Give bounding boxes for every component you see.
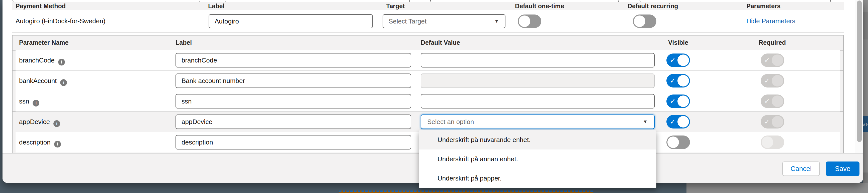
parameter-name: appDevice: [19, 118, 50, 125]
dropdown-option[interactable]: Underskrift på annan enhet.: [419, 150, 656, 169]
scrollbar-thumb[interactable]: [857, 0, 862, 142]
default-value-input-disabled: [421, 74, 655, 88]
column-header-default-recurring: Default recurring: [627, 2, 678, 10]
background-save-button-fragment: ve: [863, 116, 868, 132]
column-header-default-value: Default Value: [421, 36, 460, 49]
required-toggle: ✓: [761, 53, 784, 67]
info-icon[interactable]: i: [58, 59, 65, 66]
payment-method-table-header: Payment Method Label Target Default one-…: [12, 2, 844, 11]
scrollbar-track[interactable]: [855, 0, 863, 153]
target-select[interactable]: Select Target ▼: [382, 14, 505, 28]
parameter-name: ssn: [19, 98, 29, 105]
cancel-button[interactable]: Cancel: [782, 161, 820, 176]
default-value-combobox[interactable]: Select an option ▼: [421, 115, 655, 129]
column-header-parameter-name: Parameter Name: [19, 36, 68, 49]
required-toggle: [761, 136, 784, 149]
column-header-param-label: Label: [176, 36, 192, 49]
info-icon[interactable]: i: [33, 100, 39, 107]
background-highlighted-element: [339, 191, 593, 193]
label-input[interactable]: [176, 94, 411, 109]
required-toggle: ✓: [761, 115, 784, 128]
visible-toggle[interactable]: ✓: [666, 74, 690, 87]
required-toggle: ✓: [761, 74, 784, 87]
dropdown-option[interactable]: Underskrift på nuvarande enhet.: [419, 130, 656, 150]
column-header-default-one-time: Default one-time: [515, 2, 564, 10]
table-row-branchcode: branchCodei ✓ ✓: [16, 50, 840, 71]
visible-toggle[interactable]: ✓: [666, 94, 690, 108]
label-input[interactable]: [176, 135, 411, 150]
parameter-name: bankAccount: [19, 77, 57, 84]
dropdown-option[interactable]: Underskrift på papper.: [419, 169, 656, 188]
parameter-name: branchCode: [19, 56, 55, 64]
visible-toggle[interactable]: ✓: [666, 53, 690, 67]
save-button[interactable]: Save: [826, 161, 860, 176]
required-toggle: ✓: [761, 94, 784, 108]
combobox-dropdown-panel: Underskrift på nuvarande enhet. Underskr…: [419, 130, 656, 188]
label-input[interactable]: [176, 74, 411, 88]
column-header-target: Target: [386, 2, 405, 10]
column-header-payment-method: Payment Method: [16, 2, 66, 10]
info-icon[interactable]: i: [53, 120, 60, 127]
column-header-parameters: Parameters: [746, 2, 780, 10]
visible-toggle[interactable]: ✓: [666, 115, 690, 128]
info-icon[interactable]: i: [54, 141, 61, 148]
info-icon[interactable]: i: [60, 79, 67, 86]
hide-parameters-link[interactable]: Hide Parameters: [746, 10, 795, 32]
parameters-table-header: Parameter Name Label Default Value Visib…: [12, 36, 843, 50]
chevron-down-icon: ▼: [494, 15, 499, 28]
parameter-name: description: [19, 139, 51, 146]
combobox-placeholder: Select an option: [427, 115, 474, 128]
label-input[interactable]: [176, 53, 411, 68]
target-select-placeholder: Select Target: [389, 17, 427, 25]
label-input[interactable]: [176, 115, 411, 129]
payment-method-name: Autogiro (FinDock-for-Sweden): [16, 10, 105, 32]
payment-method-label-input[interactable]: [209, 14, 373, 28]
default-value-input[interactable]: [421, 94, 655, 109]
default-value-input[interactable]: [421, 53, 655, 68]
column-header-label: Label: [208, 2, 224, 10]
chevron-down-icon: ▼: [643, 115, 648, 128]
default-recurring-toggle[interactable]: [633, 14, 656, 28]
table-row-ssn: ssni ✓ ✓: [16, 91, 840, 112]
default-one-time-toggle[interactable]: [518, 14, 541, 28]
table-row-appdevice: appDevicei Select an option ▼ ✓ ✓: [16, 112, 840, 132]
backdrop-band: [863, 12, 868, 39]
payment-method-row: Autogiro (FinDock-for-Sweden) Select Tar…: [12, 10, 844, 33]
dimmed-backdrop-bottom: [686, 183, 868, 193]
column-header-visible: Visible: [668, 36, 688, 49]
visible-toggle[interactable]: [666, 136, 690, 149]
column-header-required: Required: [759, 36, 786, 49]
table-row-bankaccount: bankAccounti ✓ ✓: [16, 71, 840, 91]
